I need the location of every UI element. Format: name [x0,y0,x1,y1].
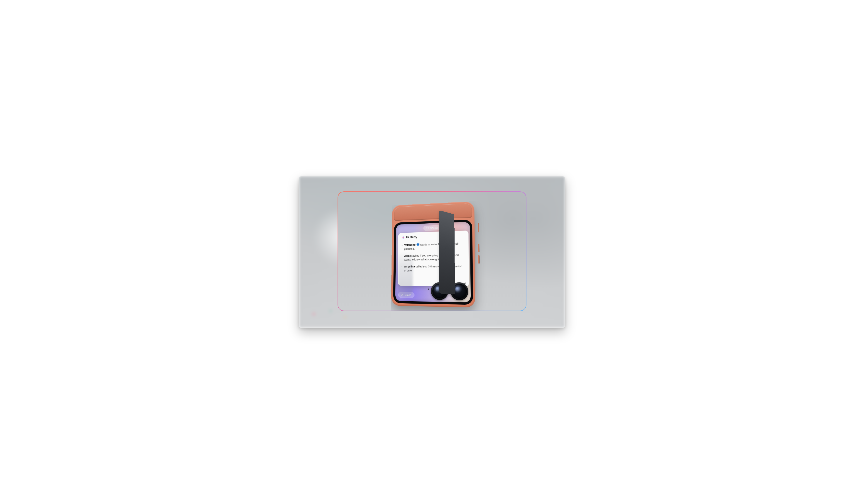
svg-point-1 [403,236,404,237]
phone-front-panel: See all [391,201,476,308]
see-all-label: See all [430,226,438,230]
item-text: asked if you are going to the game and w… [404,254,459,261]
copy-icon[interactable] [456,282,459,286]
svg-point-2 [403,238,404,239]
svg-line-10 [464,283,465,284]
camera-lens-2 [451,282,468,300]
svg-point-8 [463,284,464,284]
close-button[interactable]: Close [398,292,415,298]
summary-list: Valentino 💙 wants to know if you will be… [401,242,465,273]
volume-up-button [478,244,479,252]
close-label: Close [405,293,411,296]
close-icon [401,294,403,296]
proximity-sensor [428,288,429,290]
ai-summary-card[interactable]: Hi Betty Valentino 💙 wants to know if yo… [398,230,469,286]
svg-rect-5 [457,283,458,285]
list-item: Valentino 💙 wants to know if you will be… [402,242,465,251]
card-header: Hi Betty [402,234,465,239]
svg-point-9 [465,285,466,285]
phone-bezel: See all [393,220,473,305]
volume-down-button [478,255,480,263]
contact-name: Valentino [404,243,416,246]
svg-point-3 [402,237,403,238]
phone-side-buttons [478,223,480,281]
contact-name: Alexis [404,254,412,257]
see-all-button[interactable]: See all [423,225,441,231]
see-all-icon [426,227,429,229]
greeting-text: Hi Betty [406,235,417,239]
highlight-frame-inner: See all [338,192,526,310]
svg-point-0 [403,237,404,238]
phone-hinge [394,203,472,221]
highlight-frame: See all [337,192,527,311]
ai-flower-icon [402,236,405,239]
svg-point-7 [465,283,466,283]
card-actions [456,282,466,286]
app-window: See all [299,176,565,328]
svg-rect-6 [456,283,458,285]
phone-cover-screen: See all [395,222,471,303]
heart-icon: 💙 [416,243,419,246]
phone-device: See all [386,201,481,308]
camera-lens-1 [431,282,448,300]
svg-point-4 [404,237,404,238]
list-item: Alexis asked if you are going to the gam… [401,253,465,262]
contact-name: Angelina [404,265,415,268]
power-button [478,223,479,233]
list-item: Angelina called you 3 times within a sho… [401,265,465,273]
share-icon[interactable] [463,282,466,286]
svg-line-11 [464,284,465,285]
